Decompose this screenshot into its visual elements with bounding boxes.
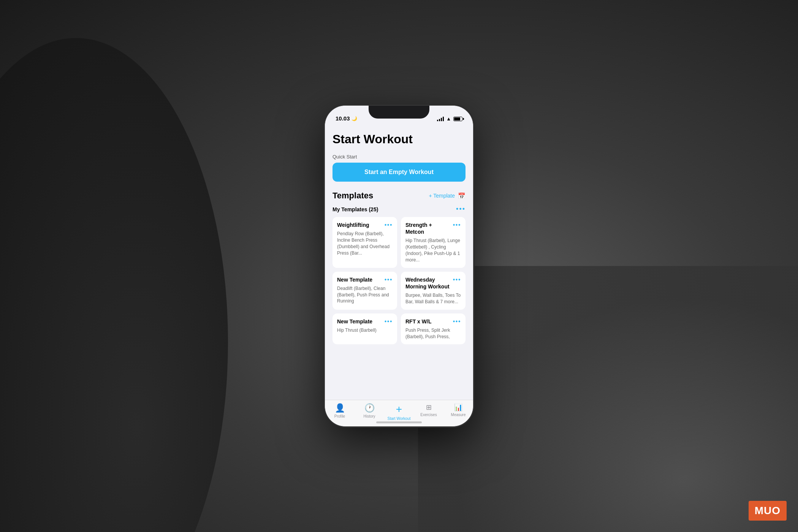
template-card-4[interactable]: New Template ••• Hip Thrust (Barbell) (332, 314, 397, 345)
wifi-icon: ▲ (446, 116, 451, 122)
template-card-5[interactable]: RFT x W/L ••• Push Press, Split Jerk (Ba… (401, 314, 466, 345)
templates-title: Templates (332, 191, 373, 201)
page-title: Start Workout (332, 132, 466, 146)
calendar-icon[interactable]: 📅 (458, 192, 466, 200)
templates-actions: + Template 📅 (429, 192, 466, 200)
tab-measure-label: Measure (451, 413, 466, 417)
muo-badge: MUO (749, 501, 787, 521)
template-more-5[interactable]: ••• (453, 318, 461, 325)
muo-label: MUO (755, 505, 781, 516)
start-workout-icon: + (396, 403, 402, 415)
exercises-icon: ⊞ (426, 403, 432, 412)
template-card-1[interactable]: Strength + Metcon ••• Hip Thrust (Barbel… (401, 217, 466, 268)
template-exercises-1: Hip Thrust (Barbell), Lunge (Kettlebell)… (405, 238, 461, 263)
template-card-2[interactable]: New Template ••• Deadlift (Barbell), Cle… (332, 272, 397, 310)
battery-fill (454, 117, 460, 120)
measure-icon: 📊 (454, 403, 462, 412)
notch (369, 106, 429, 119)
phone-shell: 10.03 🌙 ▲ Start Workout Quick Start (325, 106, 473, 426)
start-empty-workout-button[interactable]: Start an Empty Workout (332, 163, 466, 182)
history-icon: 🕐 (364, 403, 375, 413)
template-more-4[interactable]: ••• (385, 318, 393, 325)
template-name-3: Wednesday Morning Workout (405, 276, 451, 290)
my-templates-label: My Templates (25) (332, 206, 378, 212)
status-time: 10.03 🌙 (336, 115, 357, 122)
template-name-4: New Template (337, 318, 383, 325)
add-template-button[interactable]: + Template (429, 193, 455, 199)
template-exercises-2: Deadlift (Barbell), Clean (Barbell), Pus… (337, 285, 393, 304)
template-exercises-4: Hip Thrust (Barbell) (337, 327, 393, 334)
my-templates-row: My Templates (25) ••• (332, 205, 466, 213)
phone-screen: 10.03 🌙 ▲ Start Workout Quick Start (325, 106, 473, 426)
template-more-2[interactable]: ••• (385, 276, 393, 283)
tab-measure[interactable]: 📊 Measure (443, 403, 473, 417)
moon-icon: 🌙 (352, 116, 357, 121)
main-content: Start Workout Quick Start Start an Empty… (325, 125, 473, 400)
time-display: 10.03 (336, 115, 350, 122)
template-card-0[interactable]: Weightlifting ••• Pendlay Row (Barbell),… (332, 217, 397, 268)
signal-icon (437, 117, 444, 121)
template-exercises-0: Pendlay Row (Barbell), Incline Bench Pre… (337, 231, 393, 256)
tab-history-label: History (363, 414, 375, 418)
tab-start-workout-label: Start Workout (388, 416, 411, 421)
shoes-background (418, 266, 798, 532)
battery-icon (453, 117, 462, 121)
template-name-5: RFT x W/L (405, 318, 451, 325)
templates-header: Templates + Template 📅 (332, 191, 466, 201)
template-name-1: Strength + Metcon (405, 222, 451, 235)
template-exercises-3: Burpee, Wall Balls, Toes To Bar, Wall Ba… (405, 292, 461, 305)
tab-exercises-label: Exercises (420, 413, 437, 417)
tab-profile-label: Profile (334, 414, 345, 418)
template-name-2: New Template (337, 276, 383, 283)
home-indicator (376, 421, 422, 423)
template-exercises-5: Push Press, Split Jerk (Barbell), Push P… (405, 327, 461, 340)
tab-history[interactable]: 🕐 History (355, 403, 384, 418)
quick-start-label: Quick Start (332, 154, 466, 160)
tab-exercises[interactable]: ⊞ Exercises (414, 403, 443, 417)
template-more-0[interactable]: ••• (385, 222, 393, 228)
template-more-3[interactable]: ••• (453, 276, 461, 283)
my-templates-more-icon[interactable]: ••• (456, 205, 466, 213)
template-more-1[interactable]: ••• (453, 222, 461, 228)
profile-icon: 👤 (335, 403, 345, 413)
template-card-3[interactable]: Wednesday Morning Workout ••• Burpee, Wa… (401, 272, 466, 310)
templates-grid: Weightlifting ••• Pendlay Row (Barbell),… (332, 217, 466, 344)
template-name-0: Weightlifting (337, 222, 383, 228)
tab-start-workout[interactable]: + Start Workout (384, 403, 414, 421)
status-icons: ▲ (437, 116, 462, 122)
tab-profile[interactable]: 👤 Profile (325, 403, 355, 418)
